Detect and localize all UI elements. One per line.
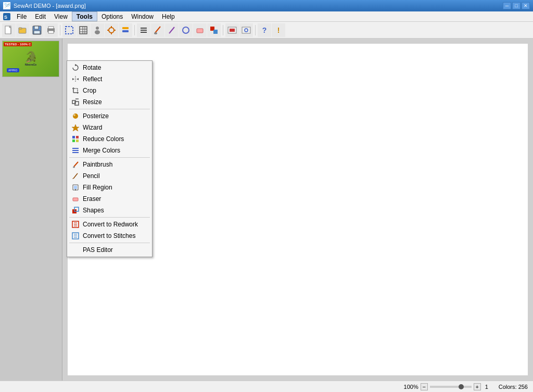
- svg-line-30: [155, 27, 160, 33]
- toolbar-img2-button[interactable]: [239, 23, 253, 37]
- svg-rect-12: [66, 27, 73, 34]
- menu-separator-1: [69, 109, 150, 109]
- menu-posterize[interactable]: Posterize: [67, 110, 152, 122]
- paintbrush-label: Paintbrush: [83, 161, 112, 168]
- svg-rect-8: [34, 31, 40, 34]
- svg-rect-59: [76, 140, 79, 142]
- toolbar-fill-button[interactable]: [207, 23, 221, 37]
- menu-item-help[interactable]: Help: [158, 11, 179, 21]
- menu-bar: S File Edit View Tools Options Window He…: [0, 11, 533, 22]
- toolbar-save-button[interactable]: [30, 23, 44, 37]
- menu-item-app-icon[interactable]: S: [1, 11, 12, 21]
- menu-eraser[interactable]: Eraser: [67, 193, 152, 205]
- svg-rect-57: [76, 136, 79, 138]
- menu-item-edit[interactable]: Edit: [31, 11, 50, 21]
- toolbar-separator-1: [60, 25, 60, 35]
- reflect-icon: [71, 75, 80, 83]
- svg-rect-5: [19, 28, 22, 29]
- menu-convert-stitches[interactable]: Convert to Stitches: [67, 230, 152, 242]
- menu-shapes[interactable]: Shapes: [67, 205, 152, 216]
- colors-info: Colors: 256: [499, 384, 528, 390]
- minimize-button[interactable]: ─: [503, 2, 511, 9]
- wizard-label: Wizard: [83, 124, 102, 131]
- tools-dropdown: Rotate Reflect Crop Resize: [67, 60, 153, 257]
- menu-item-view[interactable]: View: [50, 11, 72, 21]
- reduce-colors-label: Reduce Colors: [83, 135, 124, 143]
- toolbar-separator-3: [223, 25, 223, 35]
- menu-rotate[interactable]: Rotate: [67, 62, 152, 73]
- reflect-label: Reflect: [83, 75, 102, 83]
- svg-point-18: [96, 27, 99, 30]
- convert-stitches-label: Convert to Stitches: [83, 232, 135, 239]
- rotate-label: Rotate: [83, 64, 101, 71]
- menu-fill-region[interactable]: Fill Region: [67, 182, 152, 193]
- menu-crop[interactable]: Crop: [67, 85, 152, 96]
- toolbar-pen-button[interactable]: [165, 23, 179, 37]
- zoom-slider[interactable]: [430, 386, 472, 388]
- pencil-label: Pencil: [83, 172, 100, 180]
- toolbar-help-button[interactable]: ?: [258, 23, 271, 37]
- menu-pas-editor[interactable]: PAS Editor: [67, 244, 152, 256]
- crop-label: Crop: [83, 87, 96, 94]
- menu-reduce-colors[interactable]: Reduce Colors: [67, 133, 152, 145]
- toolbar-brush-button[interactable]: [151, 23, 164, 37]
- zoom-slider-thumb[interactable]: [459, 384, 464, 389]
- title-controls: ─ □ ✕: [503, 2, 530, 9]
- menu-pencil[interactable]: Pencil: [67, 170, 152, 182]
- toolbar-eraser-button[interactable]: [193, 23, 207, 37]
- toolbar-circle-button[interactable]: [179, 23, 193, 37]
- convert-redwork-icon: [71, 220, 80, 229]
- merge-colors-icon: [71, 146, 80, 155]
- toolbar-select-button[interactable]: [62, 23, 76, 37]
- svg-rect-37: [213, 30, 218, 34]
- toolbar-img1-button[interactable]: [225, 23, 239, 37]
- posterize-label: Posterize: [83, 112, 109, 120]
- dropdown-overlay[interactable]: Rotate Reflect Crop Resize: [0, 39, 533, 381]
- pas-editor-icon: [71, 246, 80, 254]
- menu-paintbrush[interactable]: Paintbrush: [67, 159, 152, 170]
- shapes-label: Shapes: [83, 207, 104, 214]
- svg-point-19: [95, 30, 100, 34]
- toolbar-person-button[interactable]: [91, 23, 104, 37]
- convert-redwork-label: Convert to Redwork: [83, 221, 138, 228]
- toolbar-info-button[interactable]: !: [272, 23, 285, 37]
- menu-item-file[interactable]: File: [12, 11, 31, 21]
- svg-rect-70: [73, 198, 78, 201]
- resize-label: Resize: [83, 98, 102, 106]
- svg-point-20: [109, 28, 114, 33]
- svg-point-34: [183, 27, 189, 33]
- svg-line-63: [74, 162, 78, 167]
- zoom-minus-button[interactable]: −: [421, 383, 428, 390]
- toolbar-open-button[interactable]: [16, 23, 30, 37]
- svg-point-53: [73, 113, 78, 119]
- toolbar-list-button[interactable]: [137, 23, 150, 37]
- zoom-plus-button[interactable]: +: [474, 383, 481, 390]
- menu-item-tools[interactable]: Tools: [72, 11, 97, 21]
- toolbar-print-button[interactable]: [44, 23, 58, 37]
- zoom-percent: 100%: [404, 384, 418, 390]
- toolbar-separator-4: [255, 25, 256, 35]
- menu-convert-redwork[interactable]: Convert to Redwork: [67, 219, 152, 230]
- menu-item-window[interactable]: Window: [127, 11, 158, 21]
- shapes-icon: [71, 206, 80, 214]
- toolbar-tool2-button[interactable]: [119, 23, 132, 37]
- menu-merge-colors[interactable]: Merge Colors: [67, 145, 152, 156]
- svg-marker-55: [72, 124, 79, 131]
- toolbar-tool1-button[interactable]: [105, 23, 118, 37]
- svg-rect-56: [72, 136, 75, 138]
- menu-resize[interactable]: Resize: [67, 96, 152, 108]
- crop-icon: [71, 86, 80, 95]
- fill-region-icon: [71, 183, 80, 192]
- menu-separator-2: [69, 157, 150, 158]
- menu-reflect[interactable]: Reflect: [67, 73, 152, 85]
- toolbar-grid-button[interactable]: [77, 23, 90, 37]
- maximize-button[interactable]: □: [512, 2, 521, 9]
- toolbar-separator-2: [134, 25, 135, 35]
- menu-wizard[interactable]: Wizard: [67, 122, 152, 133]
- svg-rect-25: [122, 27, 129, 29]
- close-button[interactable]: ✕: [522, 2, 530, 9]
- menu-item-options[interactable]: Options: [97, 11, 127, 21]
- svg-rect-7: [34, 26, 39, 29]
- toolbar-new-button[interactable]: [2, 23, 16, 37]
- svg-point-64: [73, 167, 75, 168]
